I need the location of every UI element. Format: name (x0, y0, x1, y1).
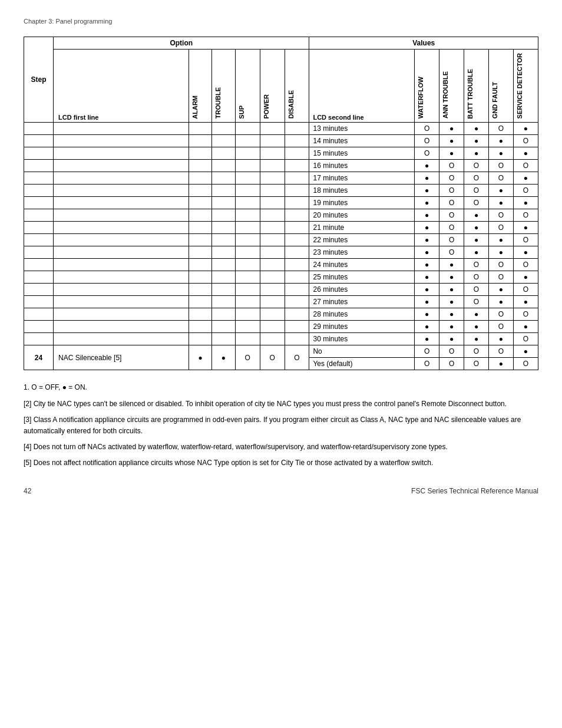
lcd2-cell: 23 minutes (309, 246, 415, 259)
step-cell (24, 172, 54, 185)
option-header: Option (54, 37, 309, 50)
nac-ann-cell: O (439, 345, 464, 358)
table-row: 28 minutes ● ● ● O O (24, 308, 538, 321)
table-row: 26 minutes ● ● O ● O (24, 284, 538, 296)
sup-cell (235, 222, 260, 234)
page-number: 42 (24, 487, 31, 495)
lcd2-cell: 18 minutes (309, 185, 415, 197)
batt-cell: O (464, 160, 489, 172)
batt-cell: ● (464, 147, 489, 160)
power-cell (260, 197, 285, 209)
disable-cell (285, 333, 309, 345)
sup-cell (235, 135, 260, 147)
trouble-cell (212, 123, 235, 135)
svc-cell: ● (513, 172, 538, 185)
step-cell (24, 209, 54, 222)
trouble-cell (212, 308, 235, 321)
alarm-cell (189, 259, 211, 271)
trouble-cell (212, 271, 235, 284)
table-row: 19 minutes ● O O ● ● (24, 197, 538, 209)
lcd2-cell: 25 minutes (309, 271, 415, 284)
nac-ann-cell: O (439, 358, 464, 370)
power-header: POWER (260, 50, 285, 123)
wf-cell: O (415, 147, 439, 160)
gnd-cell: ● (488, 197, 513, 209)
step-cell (24, 308, 54, 321)
svc-cell: O (513, 209, 538, 222)
sup-cell (235, 321, 260, 333)
lcd-first-line-header: LCD first line (54, 50, 189, 123)
step-cell (24, 259, 54, 271)
wf-cell: ● (415, 308, 439, 321)
ann-trouble-header: ANN TROUBLE (439, 50, 464, 123)
ann-cell: O (439, 246, 464, 259)
svc-cell: O (513, 333, 538, 345)
nac-lcd2-cell: No (309, 345, 415, 358)
wf-cell: ● (415, 160, 439, 172)
nac-row: 24 NAC Silenceable [5] ● ● O O O No O O … (24, 345, 538, 358)
wf-cell: ● (415, 259, 439, 271)
table-row: 21 minute ● O ● O ● (24, 222, 538, 234)
table-row: 30 minutes ● ● ● ● O (24, 333, 538, 345)
sup-cell (235, 160, 260, 172)
power-cell (260, 172, 285, 185)
batt-cell: ● (464, 333, 489, 345)
disable-cell (285, 296, 309, 308)
gnd-cell: ● (488, 147, 513, 160)
batt-cell: ● (464, 234, 489, 246)
footnote-5: [5] Does not affect notification applian… (24, 457, 538, 469)
table-row: 29 minutes ● ● ● O ● (24, 321, 538, 333)
svc-cell: O (513, 160, 538, 172)
wf-cell: ● (415, 209, 439, 222)
power-cell (260, 123, 285, 135)
nac-gnd-cell: O (488, 345, 513, 358)
wf-cell: ● (415, 197, 439, 209)
lcd2-cell: 30 minutes (309, 333, 415, 345)
disable-cell (285, 271, 309, 284)
wf-cell: ● (415, 296, 439, 308)
batt-cell: ● (464, 246, 489, 259)
alarm-cell (189, 271, 211, 284)
batt-cell: O (464, 172, 489, 185)
svc-cell: ● (513, 222, 538, 234)
ann-cell: O (439, 197, 464, 209)
svc-cell: ● (513, 246, 538, 259)
lcd2-cell: 21 minute (309, 222, 415, 234)
power-cell (260, 308, 285, 321)
nac-svc-cell: O (513, 358, 538, 370)
disable-cell (285, 172, 309, 185)
batt-cell: ● (464, 123, 489, 135)
trouble-cell (212, 246, 235, 259)
nac-wf-cell: O (415, 358, 439, 370)
batt-cell: ● (464, 222, 489, 234)
step-cell (24, 296, 54, 308)
trouble-cell (212, 284, 235, 296)
alarm-cell (189, 147, 211, 160)
disable-cell (285, 284, 309, 296)
trouble-cell (212, 160, 235, 172)
batt-cell: ● (464, 135, 489, 147)
step-header: Step (24, 37, 54, 123)
disable-cell (285, 321, 309, 333)
disable-cell (285, 259, 309, 271)
trouble-cell (212, 296, 235, 308)
alarm-cell (189, 333, 211, 345)
lcd2-cell: 29 minutes (309, 321, 415, 333)
power-cell (260, 135, 285, 147)
alarm-cell (189, 234, 211, 246)
lcd1-cell (54, 234, 189, 246)
step-cell (24, 246, 54, 259)
gnd-cell: O (488, 172, 513, 185)
gnd-cell: O (488, 209, 513, 222)
gnd-cell: O (488, 271, 513, 284)
disable-cell (285, 135, 309, 147)
ann-cell: O (439, 185, 464, 197)
power-cell (260, 185, 285, 197)
alarm-cell (189, 246, 211, 259)
svc-cell: ● (513, 197, 538, 209)
disable-header: DISABLE (285, 50, 309, 123)
sup-cell (235, 296, 260, 308)
gnd-cell: ● (488, 333, 513, 345)
trouble-cell (212, 222, 235, 234)
svc-cell: O (513, 259, 538, 271)
